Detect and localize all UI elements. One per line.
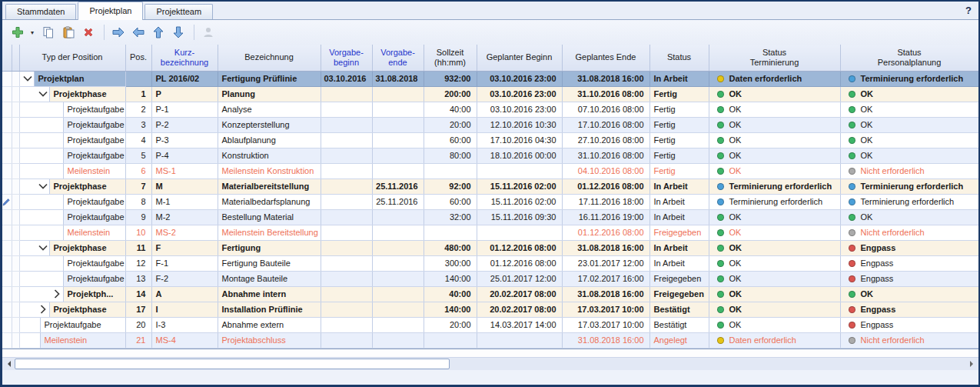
- cell-bezeichnung[interactable]: Meilenstein Bereitstellung: [218, 225, 321, 240]
- cell-geplantes_ende[interactable]: 31.10.2016 08:00: [562, 86, 649, 102]
- table-row[interactable]: Meilenstein21MS-4Projektabschluss31.08.2…: [2, 332, 978, 348]
- cell-geplanter_beginn[interactable]: 15.11.2016 09:30: [477, 209, 562, 225]
- cell-geplantes_ende[interactable]: 17.03.2017 10:00: [562, 317, 649, 332]
- cell-geplanter_beginn[interactable]: 03.10.2016 23:00: [477, 86, 562, 102]
- cell-pos[interactable]: 8: [125, 194, 151, 209]
- cell-status[interactable]: Freigegeben: [649, 286, 709, 302]
- cell-kurz[interactable]: P-2: [151, 117, 218, 132]
- cell-vorgabe_beginn[interactable]: [321, 86, 372, 102]
- cell-geplantes_ende[interactable]: 17.03.2017 10:00: [562, 302, 649, 317]
- cell-geplanter_beginn[interactable]: 12.10.2016 10:30: [477, 117, 562, 132]
- cell-status-personalplanung[interactable]: Engpass: [840, 271, 978, 286]
- cell-status-terminierung[interactable]: Terminierung erforderlich: [709, 194, 840, 209]
- cell-typ[interactable]: Projektaufgabe: [19, 194, 125, 209]
- cell-geplantes_ende[interactable]: 31.08.2018 16:00: [562, 240, 649, 255]
- table-row[interactable]: Projektaufgabe12F-1Fertigung Bauteile300…: [2, 255, 978, 271]
- cell-bezeichnung[interactable]: Abnahme intern: [218, 286, 321, 302]
- cell-pos[interactable]: 21: [125, 332, 151, 348]
- cell-status-terminierung[interactable]: Daten erforderlich: [709, 332, 840, 348]
- cell-status-terminierung[interactable]: OK: [709, 286, 840, 302]
- cell-kurz[interactable]: I: [151, 302, 218, 317]
- cell-status-terminierung[interactable]: OK: [709, 102, 840, 117]
- chevron-down-icon[interactable]: [22, 72, 34, 86]
- cell-geplantes_ende[interactable]: 23.01.2017 12:00: [562, 255, 649, 271]
- cell-status[interactable]: Fertig: [649, 148, 709, 163]
- cell-bezeichnung[interactable]: Fertigung Prüflinie: [218, 71, 321, 86]
- cell-sollzeit[interactable]: 140:00: [424, 302, 477, 317]
- cell-geplantes_ende[interactable]: 31.08.2018 16:00: [562, 286, 649, 302]
- cell-vorgabe_ende[interactable]: [372, 271, 424, 286]
- cell-status-personalplanung[interactable]: Nicht erforderlich: [840, 225, 978, 240]
- cell-sollzeit[interactable]: [424, 225, 477, 240]
- cell-typ[interactable]: Projektphase: [19, 178, 125, 194]
- cell-kurz[interactable]: I-3: [151, 317, 218, 332]
- column-header-geplanter_beginn[interactable]: Geplanter Beginn: [477, 45, 562, 71]
- help-icon[interactable]: ?: [965, 5, 972, 16]
- horizontal-scrollbar[interactable]: [2, 357, 978, 370]
- cell-geplantes_ende[interactable]: 27.10.2016 08:00: [562, 132, 649, 148]
- cell-vorgabe_beginn[interactable]: [321, 240, 372, 255]
- column-header-vorgabe_ende[interactable]: Vorgabe-ende: [372, 45, 424, 71]
- cell-typ[interactable]: Meilenstein: [19, 163, 125, 178]
- cell-vorgabe_beginn[interactable]: [321, 225, 372, 240]
- column-header-typ[interactable]: Typ der Position: [19, 45, 125, 71]
- cell-status-terminierung[interactable]: OK: [709, 255, 840, 271]
- move-down-icon[interactable]: [169, 23, 188, 42]
- cell-status-terminierung[interactable]: OK: [709, 86, 840, 102]
- cell-vorgabe_beginn[interactable]: [321, 209, 372, 225]
- cell-typ[interactable]: Meilenstein: [19, 225, 125, 240]
- column-header-vorgabe_beginn[interactable]: Vorgabe-beginn: [321, 45, 372, 71]
- cell-pos[interactable]: 17: [125, 302, 151, 317]
- cell-kurz[interactable]: P: [151, 86, 218, 102]
- cell-vorgabe_ende[interactable]: [372, 117, 424, 132]
- cell-vorgabe_beginn[interactable]: [321, 317, 372, 332]
- cell-bezeichnung[interactable]: Konstruktion: [218, 148, 321, 163]
- cell-sollzeit[interactable]: 20:00: [424, 317, 477, 332]
- add-icon[interactable]: [8, 23, 27, 42]
- cell-kurz[interactable]: P-1: [151, 102, 218, 117]
- cell-geplanter_beginn[interactable]: 01.12.2016 08:00: [477, 255, 562, 271]
- tab-projektplan[interactable]: Projektplan: [78, 2, 143, 20]
- cell-status-personalplanung[interactable]: Nicht erforderlich: [840, 163, 978, 178]
- cell-pos[interactable]: 20: [125, 317, 151, 332]
- cell-vorgabe_beginn[interactable]: [321, 271, 372, 286]
- cell-geplanter_beginn[interactable]: 18.10.2016 00:00: [477, 148, 562, 163]
- cell-pos[interactable]: 11: [125, 240, 151, 255]
- cell-typ[interactable]: Projektplan: [19, 71, 125, 86]
- cell-pos[interactable]: [125, 71, 151, 86]
- cell-sollzeit[interactable]: 200:00: [424, 86, 477, 102]
- cell-status-personalplanung[interactable]: Terminierung erforderlich: [840, 194, 978, 209]
- cell-geplanter_beginn[interactable]: 01.12.2016 08:00: [477, 240, 562, 255]
- cell-sollzeit[interactable]: 80:00: [424, 148, 477, 163]
- cell-geplantes_ende[interactable]: 31.08.2018 16:00: [562, 332, 649, 348]
- cell-vorgabe_beginn[interactable]: [321, 102, 372, 117]
- cell-pos[interactable]: 12: [125, 255, 151, 271]
- cell-sollzeit[interactable]: 300:00: [424, 255, 477, 271]
- cell-typ[interactable]: Projektaufgabe: [19, 148, 125, 163]
- cell-vorgabe_beginn[interactable]: [321, 178, 372, 194]
- cell-geplanter_beginn[interactable]: [477, 163, 562, 178]
- cell-geplanter_beginn[interactable]: 14.03.2017 14:00: [477, 317, 562, 332]
- cell-sollzeit[interactable]: 20:00: [424, 117, 477, 132]
- cell-geplantes_ende[interactable]: 17.02.2017 16:00: [562, 271, 649, 286]
- cell-kurz[interactable]: M: [151, 178, 218, 194]
- cell-vorgabe_ende[interactable]: [372, 332, 424, 348]
- cell-kurz[interactable]: MS-1: [151, 163, 218, 178]
- cell-status-personalplanung[interactable]: Engpass: [840, 240, 978, 255]
- cell-kurz[interactable]: F-1: [151, 255, 218, 271]
- cell-pos[interactable]: 6: [125, 163, 151, 178]
- cell-bezeichnung[interactable]: Installation Prüflinie: [218, 302, 321, 317]
- cell-geplanter_beginn[interactable]: [477, 225, 562, 240]
- cell-status-terminierung[interactable]: OK: [709, 163, 840, 178]
- cell-typ[interactable]: Projektaufgabe: [19, 317, 125, 332]
- cell-geplantes_ende[interactable]: 16.11.2016 19:00: [562, 209, 649, 225]
- cell-status-personalplanung[interactable]: Terminierung erforderlich: [840, 71, 978, 86]
- cell-bezeichnung[interactable]: Montage Bauteile: [218, 271, 321, 286]
- cell-vorgabe_beginn[interactable]: [321, 148, 372, 163]
- tab-projektteam[interactable]: Projektteam: [145, 4, 213, 20]
- cell-vorgabe_ende[interactable]: [372, 209, 424, 225]
- column-header-pos[interactable]: Pos.: [125, 45, 151, 71]
- cell-vorgabe_ende[interactable]: [372, 302, 424, 317]
- tab-stammdaten[interactable]: Stammdaten: [5, 4, 76, 20]
- cell-status[interactable]: In Arbeit: [649, 255, 709, 271]
